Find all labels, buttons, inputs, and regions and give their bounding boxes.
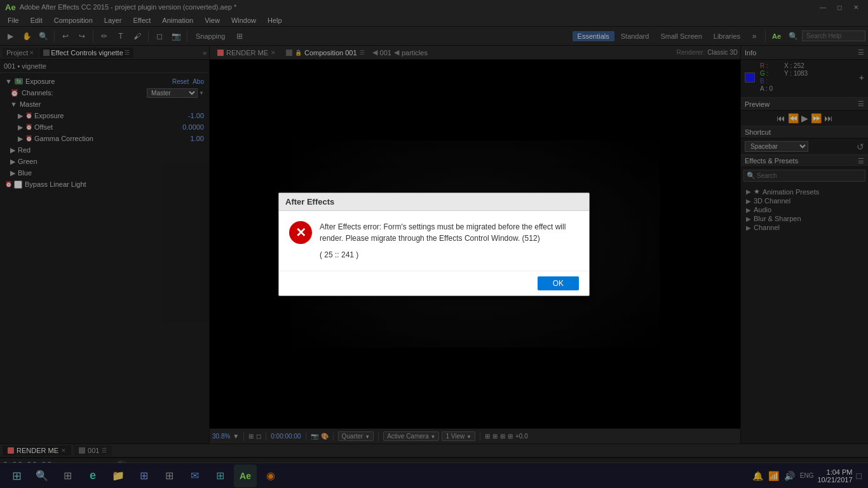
after-effects-dialog: After Effects ✕ After Effects error: For… <box>278 193 590 296</box>
error-x-symbol: ✕ <box>295 225 306 240</box>
dialog-message-area: After Effects error: Form's settings mus… <box>320 221 579 261</box>
dialog-title-bar: After Effects <box>279 193 589 211</box>
dialog-ok-button[interactable]: OK <box>538 276 579 290</box>
dialog-overlay: After Effects ✕ After Effects error: For… <box>0 0 868 488</box>
dialog-body: ✕ After Effects error: Form's settings m… <box>279 211 589 271</box>
error-icon: ✕ <box>289 221 312 244</box>
dialog-main-message: After Effects error: Form's settings mus… <box>320 221 579 244</box>
dialog-footer: OK <box>279 271 589 295</box>
dialog-title-text: After Effects <box>285 197 334 207</box>
dialog-code: ( 25 :: 241 ) <box>320 249 579 261</box>
